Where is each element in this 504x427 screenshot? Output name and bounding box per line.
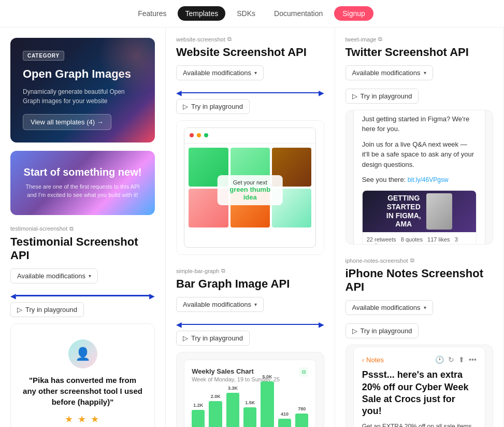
star-rating: ★ ★ ★	[21, 414, 144, 425]
mockup-max-dot	[204, 133, 208, 137]
chart-bars: 1.2KMon2.0KTue3.3KWed1.5KThu5.0KFri410Sa…	[192, 389, 308, 428]
play-icon: ▷	[183, 334, 188, 342]
chart-bar-item: 410Sat	[278, 411, 291, 428]
middle-column: website-screenshot ⧉ Website Screenshot …	[166, 27, 335, 427]
refresh-icon: ↻	[448, 355, 454, 364]
iphone-notes-api-card: iphone-notes-screenshot ⧉ iPhone Notes S…	[345, 257, 494, 427]
chevron-left-icon: ‹	[362, 356, 364, 364]
start-card-description: These are one of the first requests to t…	[21, 182, 145, 200]
arrow-right-icon: ▶	[319, 89, 324, 97]
twitter-try-playground-button[interactable]: ▷ Try in playground	[345, 89, 419, 104]
chart-bar-value: 5.0K	[263, 374, 272, 379]
iphone-notes-preview: ‹ Notes 🕐 ↻ ⬆ ••• Pssst... here's an ext…	[353, 347, 485, 427]
chart-bar-rect	[226, 393, 239, 428]
testimonial-section: testimonial-screenshot ⧉ Testimonial Scr…	[10, 225, 155, 427]
play-icon: ▷	[183, 103, 188, 110]
barchart-arrow: ◀ ▶	[176, 320, 324, 329]
testimonial-api-title: Testimonial Screenshot API	[10, 235, 155, 262]
barchart-api-card: simple-bar-graph ⧉ Bar Graph Image API A…	[176, 267, 324, 427]
clock-icon: 🕐	[435, 355, 444, 364]
twitter-api-title: Twitter Screenshot API	[345, 46, 494, 59]
chart-bar-rect	[295, 414, 308, 428]
view-all-button[interactable]: View all templates (4) →	[23, 114, 111, 130]
barchart-try-playground-button[interactable]: ▷ Try in playground	[176, 331, 250, 346]
website-preview: Get your next green thumb idea	[177, 121, 324, 254]
iphone-notes-modifications-label: Available modifications	[352, 304, 421, 311]
barchart-api-label: simple-bar-graph ⧉	[176, 267, 324, 274]
website-try-playground-label: Try in playground	[191, 103, 243, 110]
copy-icon: ⧉	[227, 36, 232, 42]
chart-bar-value: 3.3K	[228, 386, 238, 391]
chart-bar-item: 1.2KMon	[192, 403, 205, 428]
main-layout: CATEGORY Open Graph Images Dynamically g…	[0, 27, 504, 427]
chevron-down-icon: ▾	[254, 302, 257, 307]
play-icon: ▷	[17, 306, 22, 314]
notes-back-button[interactable]: ‹ Notes	[362, 356, 384, 364]
website-api-title: Website Screenshot API	[176, 46, 324, 59]
tweet-text1: Just getting started in Figma? We're her…	[362, 114, 477, 134]
chart-bar-value: 1.5K	[245, 400, 255, 405]
chart-copy-icon[interactable]: ⧉	[299, 367, 308, 377]
nav-documentation[interactable]: Documentation	[267, 6, 330, 21]
website-arrow: ◀ ▶	[176, 89, 324, 97]
signup-button[interactable]: Signup	[334, 6, 373, 21]
arrow-left-icon: ◀	[176, 89, 182, 97]
barchart-api-title: Bar Graph Image API	[176, 277, 324, 291]
iphone-notes-api-label: iphone-notes-screenshot ⧉	[345, 257, 494, 264]
website-try-playground-button[interactable]: ▷ Try in playground	[176, 99, 250, 114]
navigation: Features Templates SDKs Documentation Si…	[0, 0, 504, 27]
iphone-notes-try-playground-button[interactable]: ▷ Try in playground	[345, 323, 419, 338]
notes-card-body: Get an EXTRA 20% off on all sale items o…	[362, 422, 477, 427]
twitter-api-label: tweet-image ⧉	[345, 36, 494, 42]
tweet-likes: 117 likes	[427, 236, 450, 243]
barchart-modifications-button[interactable]: Available modifications ▾	[176, 297, 264, 312]
nav-sdks[interactable]: SDKs	[229, 6, 263, 21]
view-all-label: View all templates (4) →	[31, 118, 104, 126]
copy-icon: ⧉	[221, 267, 225, 274]
arrow-left-icon: ◀	[10, 292, 16, 300]
iphone-notes-modifications-button[interactable]: Available modifications ▾	[345, 300, 433, 315]
chart-bar-item: 2.0KTue	[209, 394, 222, 428]
hero-title: Open Graph Images	[23, 67, 142, 82]
chart-bar-item: 1.5KThu	[243, 400, 256, 428]
website-center-text: Get your next green thumb idea	[217, 175, 283, 205]
arrow-right-icon: ▶	[149, 292, 155, 300]
barchart-modifications-label: Available modifications	[183, 301, 251, 308]
copy-icon: ⧉	[378, 36, 382, 42]
copy-icon: ⧉	[69, 225, 74, 232]
chevron-down-icon: ▾	[254, 70, 257, 76]
website-btn-row: Available modifications ▾	[176, 65, 324, 84]
category-badge: CATEGORY	[23, 51, 64, 61]
twitter-api-card: tweet-image ⧉ Twitter Screenshot API Ava…	[345, 36, 494, 245]
chart-bar-value: 2.0K	[211, 394, 221, 399]
website-api-card: website-screenshot ⧉ Website Screenshot …	[176, 36, 324, 255]
twitter-modifications-button[interactable]: Available modifications ▾	[345, 65, 433, 80]
hero-card: CATEGORY Open Graph Images Dynamically g…	[10, 38, 155, 143]
chart-bar-item: 3.3KWed	[226, 386, 239, 428]
chevron-down-icon: ▾	[424, 305, 426, 310]
website-api-label: website-screenshot ⧉	[176, 36, 324, 42]
play-icon: ▷	[352, 327, 357, 335]
iphone-notes-api-title: iPhone Notes Screenshot API	[345, 267, 494, 294]
arrow-line	[182, 92, 319, 94]
iphone-notes-try-playground-label: Try in playground	[361, 327, 412, 335]
arrow-left-icon: ◀	[176, 320, 182, 329]
nav-features[interactable]: Features	[131, 6, 174, 21]
testimonial-modifications-label: Available modifications	[17, 272, 85, 280]
testimonial-modifications-button[interactable]: Available modifications ▾	[10, 268, 98, 283]
hero-description: Dynamically generate beautiful Open Grap…	[23, 87, 142, 106]
tweet-text3: See you there: bit.ly/46VPgsw	[362, 175, 477, 185]
chart-bar-rect	[278, 419, 291, 428]
left-sidebar: CATEGORY Open Graph Images Dynamically g…	[0, 27, 166, 427]
website-center-line1: Get your next	[223, 179, 277, 186]
twitter-preview: F Figma @figma Just getting started in F…	[353, 110, 485, 245]
chevron-down-icon: ▾	[89, 273, 91, 279]
tweet-retweets: 22 retweets	[367, 236, 396, 243]
twitter-try-playground-label: Try in playground	[361, 92, 412, 100]
testimonial-try-playground-button[interactable]: ▷ Try in playground	[10, 302, 84, 317]
nav-templates[interactable]: Templates	[178, 6, 225, 21]
twitter-preview-container: F Figma @figma Just getting started in F…	[345, 110, 494, 245]
website-modifications-button[interactable]: Available modifications ▾	[176, 65, 264, 80]
chart-bar-item: 5.0KFri	[261, 374, 273, 428]
twitter-btn-row: Available modifications ▾	[345, 65, 494, 84]
